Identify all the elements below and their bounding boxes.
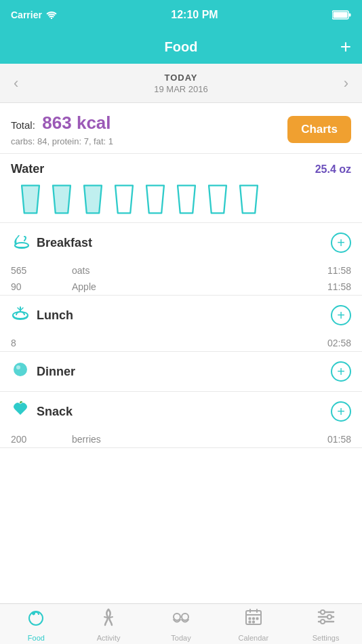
lunch-icon [11, 304, 30, 327]
snack-icon [11, 400, 30, 423]
snack-item-cal-0: 200 [11, 434, 45, 445]
dinner-icon [11, 360, 30, 383]
date-navigation: ‹ TODAY 19 MAR 2016 › [0, 64, 362, 103]
water-cup-6[interactable] [174, 183, 199, 216]
content-area: Total: 863 kcal carbs: 84, protein: 7, f… [0, 103, 362, 603]
breakfast-title: Breakfast [37, 236, 92, 250]
today-label: TODAY [154, 73, 208, 83]
svg-rect-14 [249, 618, 251, 620]
total-section: Total: 863 kcal carbs: 84, protein: 7, f… [0, 103, 362, 154]
today-tab-icon [171, 607, 191, 632]
add-dinner-button[interactable]: + [331, 361, 351, 382]
meal-header-breakfast: Breakfast + [0, 223, 362, 262]
status-bar: Carrier 12:10 PM [0, 0, 362, 30]
water-cup-3[interactable] [80, 183, 106, 216]
lunch-item-time-0: 02:58 [327, 338, 351, 348]
svg-point-19 [321, 610, 325, 614]
snack-item-time-0: 01:58 [327, 434, 351, 445]
svg-point-21 [321, 620, 325, 624]
settings-tab-label: Settings [313, 634, 340, 642]
carrier-text: Carrier [11, 9, 57, 20]
meal-section-snack: Snack + 200 berries 01:58 [0, 392, 362, 448]
svg-point-0 [51, 18, 52, 19]
total-macros: carbs: 84, protein: 7, fat: 1 [11, 136, 113, 146]
svg-rect-18 [252, 621, 254, 623]
svg-point-8 [16, 365, 20, 369]
today-tab-label: Today [171, 634, 190, 642]
svg-rect-17 [249, 621, 251, 623]
meal-section-dinner: Dinner + [0, 352, 362, 392]
current-date: 19 MAR 2016 [154, 84, 208, 94]
water-section: Water 25.4 oz [0, 154, 362, 223]
total-kcal: 863 kcal [42, 113, 110, 133]
add-snack-button[interactable]: + [331, 401, 351, 422]
breakfast-item-0[interactable]: 565 oats 11:58 [0, 262, 362, 279]
meal-header-lunch: Lunch + [0, 296, 362, 335]
water-cup-5[interactable] [142, 183, 168, 216]
svg-point-20 [327, 615, 331, 619]
charts-button[interactable]: Charts [287, 116, 351, 143]
battery-icon [332, 10, 351, 20]
breakfast-item-name-1: Apple [72, 281, 327, 292]
total-label: Total: [11, 119, 35, 131]
settings-tab-icon [316, 607, 336, 632]
svg-rect-16 [256, 618, 258, 620]
add-breakfast-button[interactable]: + [331, 233, 351, 253]
breakfast-item-time-1: 11:58 [327, 281, 351, 292]
lunch-item-cal-0: 8 [11, 338, 45, 348]
svg-rect-3 [348, 14, 350, 17]
breakfast-item-1[interactable]: 90 Apple 11:58 [0, 279, 362, 295]
next-day-button[interactable]: › [330, 75, 362, 92]
add-food-button[interactable]: + [340, 37, 351, 56]
water-cup-1[interactable] [18, 183, 43, 216]
snack-title: Snack [37, 405, 73, 419]
prev-day-button[interactable]: ‹ [0, 75, 32, 92]
lunch-item-0[interactable]: 8 02:58 [0, 335, 362, 351]
activity-tab-label: Activity [97, 634, 121, 642]
meal-header-dinner: Dinner + [0, 352, 362, 391]
snack-item-0[interactable]: 200 berries 01:58 [0, 431, 362, 447]
tab-food[interactable]: Food [0, 607, 73, 642]
svg-rect-2 [333, 12, 347, 18]
tab-calendar[interactable]: Calendar [217, 607, 289, 642]
svg-rect-15 [252, 618, 254, 620]
activity-tab-icon [98, 607, 119, 632]
meal-header-snack: Snack + [0, 392, 362, 431]
tab-activity[interactable]: Activity [73, 607, 145, 642]
tab-today[interactable]: Today [145, 607, 218, 642]
water-label: Water [11, 162, 44, 176]
food-tab-label: Food [28, 634, 45, 642]
meal-section-lunch: Lunch + 8 02:58 [0, 296, 362, 352]
dinner-title: Dinner [37, 365, 75, 379]
tab-bar: Food Activity Today [0, 603, 362, 644]
breakfast-item-time-0: 11:58 [327, 265, 351, 276]
svg-point-12 [182, 613, 188, 620]
food-tab-icon [26, 607, 46, 632]
water-cup-2[interactable] [49, 183, 75, 216]
breakfast-item-name-0: oats [72, 265, 327, 276]
meals-container: Breakfast + 565 oats 11:58 90 Apple 11:5… [0, 223, 362, 448]
water-cup-4[interactable] [111, 183, 137, 216]
svg-point-11 [174, 613, 180, 620]
lunch-title: Lunch [37, 308, 73, 323]
calendar-tab-label: Calendar [238, 634, 268, 642]
water-cup-7[interactable] [205, 183, 230, 216]
svg-point-5 [13, 312, 28, 319]
meal-section-breakfast: Breakfast + 565 oats 11:58 90 Apple 11:5… [0, 223, 362, 296]
snack-item-name-0: berries [72, 434, 327, 445]
water-amount: 25.4 oz [315, 163, 351, 176]
nav-bar: Food + [0, 30, 362, 64]
page-title: Food [165, 39, 198, 55]
status-time: 12:10 PM [171, 9, 218, 21]
wifi-icon [46, 11, 57, 19]
svg-point-10 [33, 612, 35, 615]
calendar-tab-icon [243, 607, 264, 632]
tab-settings[interactable]: Settings [289, 607, 362, 642]
breakfast-item-cal-1: 90 [11, 281, 45, 292]
breakfast-icon [11, 231, 30, 254]
cups-container [11, 183, 351, 216]
breakfast-item-cal-0: 565 [11, 265, 45, 276]
add-lunch-button[interactable]: + [331, 305, 351, 325]
svg-point-9 [29, 611, 43, 625]
water-cup-8[interactable] [236, 183, 262, 216]
